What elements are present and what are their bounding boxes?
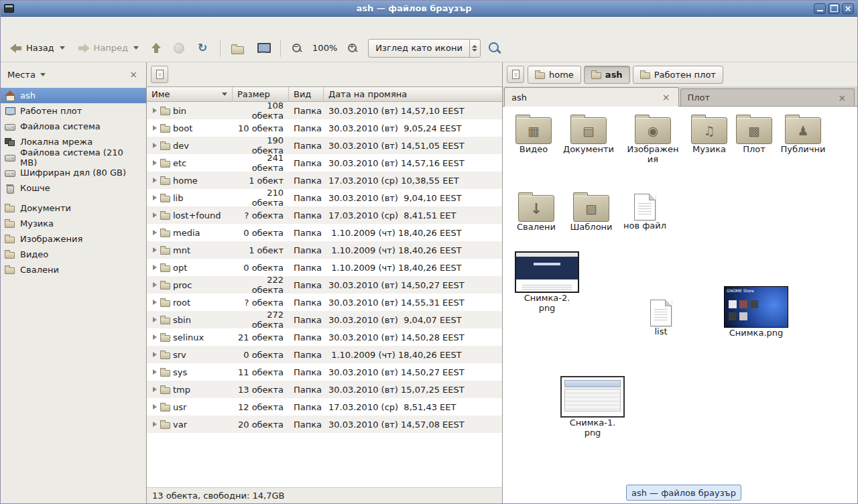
table-row[interactable]: bin 108 обекта Папка 30.03.2010 (вт) 14,… xyxy=(147,102,502,119)
sidebar-item[interactable]: Файлова система (210 MB) xyxy=(1,149,146,165)
reload-button[interactable] xyxy=(192,38,214,58)
column-header[interactable]: Размер xyxy=(233,87,289,102)
forward-button[interactable]: Напред xyxy=(72,39,144,57)
icon-view-item[interactable]: GNOME Store Снимка.png xyxy=(720,286,792,338)
expander-icon[interactable] xyxy=(152,160,158,166)
icon-view-item[interactable]: Шаблони xyxy=(564,190,618,232)
tab-close-icon[interactable] xyxy=(661,92,672,102)
icon-view-item[interactable]: list xyxy=(634,296,688,336)
expander-icon[interactable] xyxy=(152,230,158,236)
expander-icon[interactable] xyxy=(152,387,158,393)
table-row[interactable]: lib 210 обекта Папка 30.03.2010 (вт) 9,0… xyxy=(147,189,502,206)
column-header[interactable]: Дата на промяна xyxy=(324,87,502,102)
sidebar-close-icon[interactable] xyxy=(127,69,139,80)
expander-icon[interactable] xyxy=(152,282,158,288)
table-row[interactable]: tmp 13 обекта Папка 30.03.2010 (вт) 15,0… xyxy=(147,381,502,398)
tab-close-icon[interactable] xyxy=(837,93,847,103)
expander-icon[interactable] xyxy=(152,300,158,306)
location-toggle-button[interactable] xyxy=(151,66,168,83)
menu-item[interactable] xyxy=(26,17,38,34)
minimize-button[interactable] xyxy=(814,3,826,14)
up-button[interactable] xyxy=(146,39,166,58)
icon-view-item[interactable]: Музика xyxy=(685,112,733,154)
table-row[interactable]: sys 11 обекта Папка 30.03.2010 (вт) 14,5… xyxy=(147,363,502,381)
breadcrumb-button[interactable]: home xyxy=(528,66,581,84)
close-button[interactable] xyxy=(842,3,854,14)
search-button[interactable] xyxy=(483,38,507,59)
menu-item[interactable] xyxy=(14,17,26,34)
icon-view-item[interactable]: Публични xyxy=(776,112,830,154)
column-header[interactable]: Вид xyxy=(289,87,324,102)
menu-item[interactable] xyxy=(50,17,62,34)
expander-icon[interactable] xyxy=(152,212,158,218)
icon-view-item[interactable]: Снимка-2. png xyxy=(512,251,582,313)
view-mode-combobox[interactable]: Изглед като икони xyxy=(368,39,481,58)
icon-view-item[interactable]: Документи xyxy=(562,112,615,154)
window-list-button[interactable]: ash — файлов браузър xyxy=(626,485,741,501)
sidebar-item[interactable]: Изображения xyxy=(1,231,146,247)
table-row[interactable]: home 1 обект Папка 17.03.2010 (ср) 10,38… xyxy=(147,172,502,189)
table-row[interactable]: usr 12 обекта Папка 17.03.2010 (ср) 8,51… xyxy=(147,398,502,416)
table-row[interactable]: root ? обекта Папка 30.03.2010 (вт) 14,5… xyxy=(147,294,502,311)
sidebar-item[interactable]: Документи xyxy=(1,200,146,216)
expander-icon[interactable] xyxy=(152,247,158,253)
sidebar-dropdown-icon[interactable] xyxy=(40,73,46,76)
sidebar-title[interactable]: Места xyxy=(7,70,36,80)
sidebar-item[interactable]: Видео xyxy=(1,247,146,262)
zoom-in-button[interactable]: + xyxy=(342,39,363,58)
stop-button[interactable] xyxy=(168,39,190,58)
home-button[interactable] xyxy=(226,39,249,58)
expander-icon[interactable] xyxy=(152,108,158,114)
pathbar-toggle-button[interactable] xyxy=(507,66,524,83)
table-row[interactable]: dev 190 обекта Папка 30.03.2010 (вт) 14,… xyxy=(147,137,502,154)
sidebar-item[interactable]: Свалени xyxy=(1,262,146,277)
table-row[interactable]: media 0 обекта Папка 1.10.2009 (чт) 18,4… xyxy=(147,224,502,241)
icon-view-item[interactable]: Снимка-1. png xyxy=(556,376,629,438)
expander-icon[interactable] xyxy=(152,143,158,149)
table-row[interactable]: sbin 272 обекта Папка 30.03.2010 (вт) 9,… xyxy=(147,311,502,328)
sidebar-item[interactable]: ash xyxy=(1,88,146,103)
maximize-button[interactable] xyxy=(828,3,840,14)
expander-icon[interactable] xyxy=(152,352,158,358)
expander-icon[interactable] xyxy=(152,422,158,428)
menu-item[interactable] xyxy=(2,17,14,34)
table-row[interactable]: mnt 1 обект Папка 1.10.2009 (чт) 18,40,2… xyxy=(147,241,502,259)
icon-view-item[interactable]: Видео xyxy=(507,112,560,154)
icon-view-item[interactable]: Плот xyxy=(732,112,776,154)
titlebar[interactable]: ash — файлов браузър xyxy=(1,1,857,17)
breadcrumb-button[interactable]: Работен плот xyxy=(633,66,723,84)
expander-icon[interactable] xyxy=(152,404,158,410)
expander-icon[interactable] xyxy=(152,195,158,201)
sidebar-item[interactable]: Работен плот xyxy=(1,103,146,119)
computer-button[interactable] xyxy=(251,38,275,58)
zoom-out-button[interactable]: − xyxy=(286,39,308,58)
expander-icon[interactable] xyxy=(152,178,158,184)
expander-icon[interactable] xyxy=(152,317,158,323)
icon-view[interactable]: Видео Документи Изображен ия xyxy=(503,107,857,503)
back-button[interactable]: Назад xyxy=(5,39,70,57)
icon-view-item[interactable]: Свалени xyxy=(509,190,563,232)
breadcrumb-button[interactable]: ash xyxy=(584,66,630,84)
table-row[interactable]: etc 241 обекта Папка 30.03.2010 (вт) 14,… xyxy=(147,154,502,172)
sidebar-item[interactable]: Шифриран дял (80 GB) xyxy=(1,165,146,180)
table-row[interactable]: opt 0 обекта Папка 1.10.2009 (чт) 18,40,… xyxy=(147,259,502,276)
table-row[interactable]: srv 0 обекта Папка 1.10.2009 (чт) 18,40,… xyxy=(147,346,502,363)
back-dropdown-icon[interactable] xyxy=(60,46,65,50)
table-row[interactable]: var 20 обекта Папка 30.03.2010 (вт) 14,5… xyxy=(147,416,502,433)
sidebar-item[interactable]: Кошче xyxy=(1,180,146,196)
column-header[interactable]: Име xyxy=(147,87,233,102)
expander-icon[interactable] xyxy=(152,369,158,375)
icon-view-item[interactable]: Изображен ия xyxy=(626,112,680,164)
combo-spinner[interactable] xyxy=(469,40,480,57)
icon-view-item[interactable]: нов файл xyxy=(618,190,672,231)
sidebar-item[interactable]: Файлова система xyxy=(1,119,146,134)
expander-icon[interactable] xyxy=(152,125,158,131)
expander-icon[interactable] xyxy=(152,334,158,340)
menu-item[interactable] xyxy=(38,17,50,34)
table-row[interactable]: selinux 21 обекта Папка 30.03.2010 (вт) … xyxy=(147,328,502,346)
sidebar-item[interactable]: Музика xyxy=(1,216,146,231)
table-row[interactable]: proc 222 обекта Папка 30.03.2010 (вт) 14… xyxy=(147,276,502,294)
table-row[interactable]: lost+found ? обекта Папка 17.03.2010 (ср… xyxy=(147,206,502,224)
expander-icon[interactable] xyxy=(152,265,158,271)
table-row[interactable]: boot 10 обекта Папка 30.03.2010 (вт) 9,0… xyxy=(147,119,502,137)
